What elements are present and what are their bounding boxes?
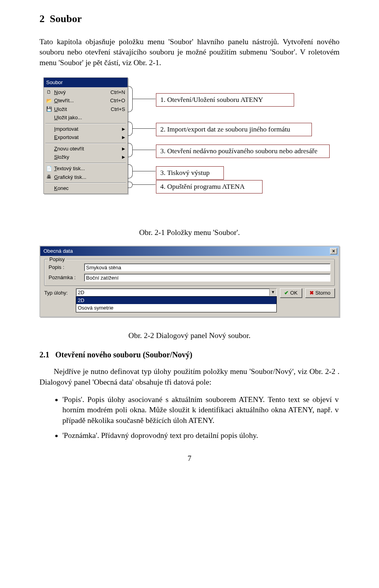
connector-2	[133, 128, 156, 129]
menu-item-2[interactable]: 💾UložitCtrl+S	[45, 105, 127, 114]
typ-option-2d[interactable]: 2D	[76, 297, 276, 304]
menu-item-label: Znovu otevřít	[54, 145, 120, 152]
dialog-title: Obecná data	[42, 248, 330, 255]
menu-item-label: Nový	[54, 89, 107, 96]
bullet-2: 'Poznámka'. Přídavný doprovodný text pro…	[62, 430, 340, 441]
ok-button[interactable]: ✔ OK	[280, 288, 302, 298]
menu-item-12[interactable]: 🖶Grafický tisk...	[45, 173, 127, 182]
page-number: 7	[39, 453, 340, 464]
callout-5: 4. Opuštění programu ATENA	[156, 180, 263, 193]
menu-item-icon: 🖶	[45, 174, 53, 180]
menu-title: Soubor	[44, 78, 128, 87]
popis-label: Popis :	[49, 264, 84, 271]
menu-item-icon: 🗋	[45, 89, 53, 95]
figure-1-caption: Obr. 2-1 Položky menu 'Soubor'.	[39, 227, 340, 238]
close-icon: ✖	[310, 289, 314, 297]
menu-item-label: Grafický tisk...	[54, 174, 125, 181]
menu-item-11[interactable]: 📄Textový tisk...	[45, 164, 127, 173]
soubor-menu: Soubor 🗋NovýCtrl+N📂Otevřít...Ctrl+O💾Ulož…	[43, 77, 128, 194]
popis-input[interactable]: Smyková stěna	[84, 263, 330, 271]
brace-3	[128, 143, 133, 157]
menu-item-icon: 📄	[45, 165, 53, 172]
connector-1	[133, 99, 156, 99]
bullet-list: 'Popis'. Popis úlohy asociované s aktuál…	[39, 395, 340, 441]
menu-separator	[45, 143, 126, 143]
chevron-down-icon[interactable]: ▼	[269, 289, 276, 296]
menu-separator	[45, 182, 126, 183]
menu-item-label: Textový tisk...	[54, 165, 125, 172]
menu-item-label: Uložit	[54, 106, 108, 113]
close-icon[interactable]: ×	[330, 248, 337, 254]
menu-item-14[interactable]: Konec	[45, 184, 127, 193]
figure-2-caption: Obr. 2-2 Dialogový panel Nový soubor.	[39, 331, 340, 341]
callout-3: 3. Otevření nedávno používaného souboru …	[156, 145, 330, 158]
figure-1: Soubor 🗋NovýCtrl+N📂Otevřít...Ctrl+O💾Ulož…	[39, 77, 340, 224]
check-icon: ✔	[284, 289, 289, 297]
chevron-right-icon: ▶	[122, 135, 125, 140]
menu-item-label: Exportovat	[54, 134, 120, 141]
menu-item-3[interactable]: Uložit jako...	[45, 113, 127, 122]
menu-item-label: Uložit jako...	[54, 114, 125, 121]
intro-paragraph: Tato kapitola objasňuje položku menu 'So…	[39, 37, 340, 68]
menu-item-1[interactable]: 📂Otevřít...Ctrl+O	[45, 96, 127, 105]
brace-2	[128, 122, 133, 136]
menu-item-label: Importovat	[54, 126, 120, 133]
group-legend: Popisy	[48, 256, 66, 263]
poznamka-label: Poznámka :	[49, 274, 84, 281]
bullet-1: 'Popis'. Popis úlohy asociované s aktuál…	[62, 395, 340, 426]
callout-4: 3. Tiskový výstup	[156, 166, 224, 180]
menu-separator	[45, 163, 126, 163]
chevron-right-icon: ▶	[122, 126, 125, 132]
section-heading: 2 Soubor	[39, 12, 340, 26]
menu-item-label: Složky	[54, 154, 120, 161]
typ-option-osova[interactable]: Osová symetrie	[76, 304, 276, 312]
menu-item-0[interactable]: 🗋NovýCtrl+N	[45, 88, 127, 97]
typ-select[interactable]: 2D ▼	[76, 288, 277, 296]
poznamka-input[interactable]: Boční zatížení	[84, 274, 330, 282]
menu-item-shortcut: Ctrl+O	[110, 97, 125, 104]
brace-4	[128, 164, 133, 178]
menu-item-shortcut: Ctrl+N	[111, 89, 125, 96]
menu-item-6[interactable]: Exportovat▶	[45, 133, 127, 142]
dialog-obecna-data: Obecná data × Popisy Popis : Smyková stě…	[39, 246, 340, 317]
menu-separator	[45, 123, 126, 124]
callout-1: 1. Otevření/Uložení souboru ATENY	[156, 93, 294, 107]
menu-item-9[interactable]: Složky▶	[45, 153, 127, 162]
brace-5	[128, 182, 133, 188]
connector-3	[133, 150, 156, 150]
callout-2: 2. Import/export dat ze souboru jiného f…	[156, 123, 312, 136]
menu-item-label: Konec	[54, 185, 125, 192]
chevron-right-icon: ▶	[122, 154, 125, 160]
menu-item-8[interactable]: Znovu otevřít▶	[45, 145, 127, 153]
connector-4	[133, 171, 156, 171]
subsection-heading: 2.1 Otevření nového souboru (Soubor/Nový…	[39, 349, 340, 360]
typ-label: Typ úlohy:	[44, 288, 73, 297]
menu-item-shortcut: Ctrl+S	[111, 106, 125, 113]
brace-1	[128, 86, 133, 112]
chevron-right-icon: ▶	[122, 146, 125, 152]
menu-item-5[interactable]: Importovat▶	[45, 125, 127, 133]
menu-item-icon: 💾	[45, 106, 53, 112]
paragraph-2: Nejdříve je nutno definovat typ úlohy po…	[39, 366, 340, 387]
connector-5	[133, 184, 156, 185]
menu-item-label: Otevřít...	[54, 97, 107, 104]
storno-button[interactable]: ✖ Storno	[305, 288, 335, 298]
menu-item-icon: 📂	[45, 98, 53, 104]
typ-select-list: 2D Osová symetrie	[76, 296, 277, 312]
